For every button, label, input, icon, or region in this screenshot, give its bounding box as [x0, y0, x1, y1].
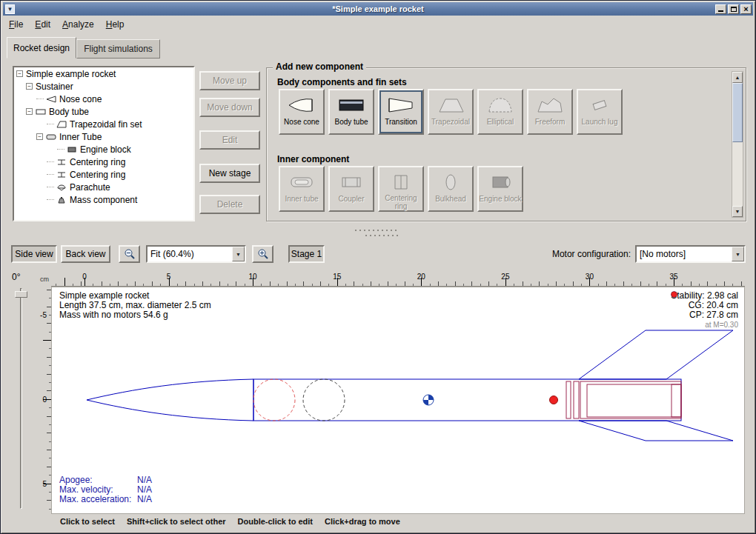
add-engine-block-button: Engine block: [477, 166, 523, 212]
max-velocity-value: N/A: [137, 484, 152, 495]
rotation-slider-thumb[interactable]: [15, 291, 27, 298]
tree-line: [47, 124, 54, 124]
app-window: ▼ *Simple example rocket × File Edit Ana…: [0, 0, 756, 534]
zoom-in-button[interactable]: [252, 245, 273, 263]
tree-item-parachute[interactable]: Parachute: [14, 181, 193, 193]
fin-set-icon: [56, 121, 67, 128]
collapse-icon[interactable]: −: [26, 108, 33, 115]
rocket-info: Simple example rocket Length 37.5 cm, ma…: [59, 291, 211, 320]
rotation-value: 0°: [12, 272, 20, 282]
engine-block-icon: [67, 146, 77, 153]
tree-item-body-tube[interactable]: − Body tube: [14, 105, 193, 118]
add-body-tube-button[interactable]: Body tube: [328, 89, 374, 135]
zoom-out-button[interactable]: [119, 245, 140, 263]
ruler-label: 15: [333, 273, 341, 281]
maximize-icon: [731, 7, 737, 12]
edit-button: Edit: [199, 130, 260, 150]
body-section-label: Body components and fin sets: [277, 77, 407, 87]
horizontal-ruler: 0 5 10 15 20 25 30 35: [51, 272, 745, 287]
side-view-button[interactable]: Side view: [11, 245, 57, 263]
motor-configuration-label: Motor configuration:: [552, 249, 631, 259]
add-nose-cone-button[interactable]: Nose cone: [279, 89, 325, 135]
menu-analyze[interactable]: Analyze: [56, 17, 100, 32]
ruler-label: 35: [669, 273, 677, 281]
maximize-button[interactable]: [728, 4, 739, 14]
tree-item-label: Parachute: [70, 182, 110, 193]
apogee-value: N/A: [137, 475, 152, 485]
splitter-grip[interactable]: [365, 235, 399, 236]
collapse-icon[interactable]: −: [26, 83, 33, 90]
hint-drag: Click+drag to move: [325, 517, 400, 526]
component-scrollbar[interactable]: ▲ ▼: [732, 71, 743, 218]
tree-item-label: Sustainer: [36, 81, 73, 92]
ruler-unit-label: cm: [38, 272, 51, 287]
ruler-label: 20: [417, 273, 425, 281]
centering-ring-icon: [386, 172, 416, 192]
add-launch-lug-button: Launch lug: [577, 89, 623, 135]
title-bar[interactable]: ▼ *Simple example rocket ×: [3, 2, 753, 16]
add-inner-tube-button: Inner tube: [279, 166, 325, 212]
minimize-icon: [718, 10, 723, 12]
rotation-slider-track[interactable]: [20, 288, 22, 509]
inner-tube-icon: [287, 172, 316, 193]
centering-ring-icon: [56, 171, 67, 178]
tree-line: [57, 149, 64, 150]
dropdown-arrow-icon[interactable]: ▼: [232, 247, 245, 261]
zoom-select[interactable]: Fit (60.4%) ▼: [146, 245, 246, 263]
zoom-out-icon: [124, 248, 136, 260]
tree-item-sustainer[interactable]: − Sustainer: [14, 80, 193, 93]
rocket-view-canvas[interactable]: Simple example rocket Length 37.5 cm, ma…: [51, 287, 745, 514]
tree-item-label: Centering ring: [70, 157, 125, 167]
tree-line: [36, 99, 44, 99]
ruler-label: 30: [586, 273, 594, 281]
new-stage-button[interactable]: New stage: [199, 164, 260, 183]
add-transition-button[interactable]: Transition: [378, 89, 424, 135]
menu-bar: File Edit Analyze Help: [3, 16, 753, 33]
motor-configuration-select[interactable]: [No motors] ▼: [635, 245, 746, 263]
delete-button: Delete: [199, 195, 260, 214]
tree-item-label: Body tube: [49, 107, 89, 117]
cp-icon: [671, 291, 677, 298]
tree-item-rocket[interactable]: − Simple example rocket: [14, 67, 193, 80]
bulkhead-icon: [436, 172, 465, 193]
back-view-button[interactable]: Back view: [61, 245, 110, 263]
close-button[interactable]: ×: [740, 4, 752, 14]
splitter-grip[interactable]: [355, 230, 399, 231]
menu-file[interactable]: File: [3, 17, 29, 32]
tree-item-inner-tube[interactable]: − Inner Tube: [14, 130, 193, 143]
hint-click-select: Click to select: [60, 517, 115, 526]
scroll-down-button[interactable]: ▼: [732, 206, 743, 217]
engine-block-icon: [485, 172, 515, 193]
tree-line: [47, 199, 54, 200]
tab-rocket-design[interactable]: Rocket design: [7, 37, 76, 59]
tree-item-fin-set[interactable]: Trapezoidal fin set: [14, 118, 193, 130]
collapse-icon[interactable]: −: [36, 133, 43, 140]
dropdown-arrow-icon[interactable]: ▼: [732, 247, 744, 261]
stage-1-toggle[interactable]: Stage 1: [288, 245, 325, 263]
zoom-in-icon: [257, 248, 269, 260]
tree-item-nose-cone[interactable]: Nose cone: [14, 93, 193, 105]
tree-item-mass-component[interactable]: Mass component: [14, 193, 193, 206]
body-tube-icon: [336, 95, 366, 116]
tree-item-engine-block[interactable]: Engine block: [14, 143, 193, 156]
tree-item-label: Centering ring: [70, 170, 125, 180]
add-freeform-fin-button: Freeform: [527, 89, 573, 135]
minimize-button[interactable]: [715, 4, 726, 14]
add-elliptical-fin-button: Elliptical: [477, 89, 523, 135]
menu-help[interactable]: Help: [100, 17, 130, 32]
hint-shift-click: Shift+click to select other: [127, 517, 226, 526]
hint-double-click: Double-click to edit: [238, 517, 313, 526]
tree-item-centering-ring-1[interactable]: Centering ring: [14, 156, 193, 168]
menu-edit[interactable]: Edit: [29, 17, 56, 32]
add-centering-ring-button: Centering ring: [378, 166, 424, 212]
collapse-icon[interactable]: −: [16, 70, 23, 77]
tab-flight-simulations[interactable]: Flight simulations: [76, 39, 160, 59]
trapezoidal-fin-icon: [436, 95, 465, 116]
parachute-icon: [56, 184, 67, 191]
tree-item-label: Simple example rocket: [26, 69, 116, 79]
scrollbar-thumb[interactable]: [732, 83, 743, 142]
tree-line: [47, 161, 54, 162]
tree-item-centering-ring-2[interactable]: Centering ring: [14, 168, 193, 181]
ruler-label: 10: [249, 273, 257, 281]
scroll-up-button[interactable]: ▲: [732, 72, 743, 83]
